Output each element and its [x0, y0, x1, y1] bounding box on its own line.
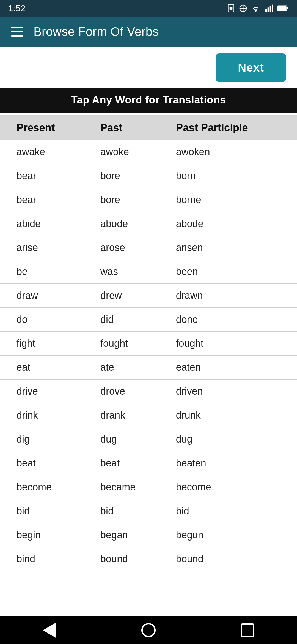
- verb-cell[interactable]: bid: [168, 499, 297, 523]
- back-icon: [43, 623, 56, 638]
- verb-cell[interactable]: driven: [168, 380, 297, 403]
- verb-cell[interactable]: do: [0, 308, 92, 332]
- verb-cell[interactable]: begun: [168, 523, 297, 547]
- location-icon: [239, 4, 248, 13]
- verb-cell[interactable]: dig: [0, 427, 92, 451]
- table-row[interactable]: eatateeaten: [0, 356, 297, 380]
- header-past-participle: Past Participle: [168, 115, 297, 140]
- next-row: Next: [0, 47, 297, 88]
- verb-cell[interactable]: beat: [0, 451, 92, 475]
- verb-cell[interactable]: bound: [168, 547, 297, 571]
- table-row[interactable]: abideabodeabode: [0, 212, 297, 236]
- page-title: Browse Form Of Verbs: [34, 25, 159, 39]
- table-row[interactable]: drinkdrankdrunk: [0, 403, 297, 427]
- verb-cell[interactable]: awoken: [168, 140, 297, 164]
- verb-cell[interactable]: fight: [0, 332, 92, 356]
- table-row[interactable]: bidbidbid: [0, 499, 297, 523]
- table-row[interactable]: bindboundbound: [0, 547, 297, 571]
- table-row[interactable]: fightfoughtfought: [0, 332, 297, 356]
- verb-cell[interactable]: drove: [92, 380, 168, 403]
- verb-cell[interactable]: was: [92, 260, 168, 284]
- verb-cell[interactable]: drink: [0, 403, 92, 427]
- verb-cell[interactable]: beaten: [168, 451, 297, 475]
- status-icons: [227, 4, 289, 13]
- verb-cell[interactable]: bound: [92, 547, 168, 571]
- verb-cell[interactable]: drawn: [168, 284, 297, 308]
- verb-cell[interactable]: dug: [168, 427, 297, 451]
- verb-cell[interactable]: bind: [0, 547, 92, 571]
- verb-cell[interactable]: arose: [92, 236, 168, 260]
- verb-cell[interactable]: bore: [92, 164, 168, 188]
- verb-cell[interactable]: bear: [0, 164, 92, 188]
- verb-cell[interactable]: abide: [0, 212, 92, 236]
- verb-cell[interactable]: arisen: [168, 236, 297, 260]
- table-row[interactable]: arisearosearisen: [0, 236, 297, 260]
- table-row[interactable]: drivedrovedriven: [0, 380, 297, 403]
- svg-rect-1: [230, 7, 233, 10]
- verb-cell[interactable]: drive: [0, 380, 92, 403]
- verb-cell[interactable]: borne: [168, 188, 297, 212]
- verb-cell[interactable]: drunk: [168, 403, 297, 427]
- verb-cell[interactable]: awoke: [92, 140, 168, 164]
- table-row[interactable]: bearboreborne: [0, 188, 297, 212]
- verb-cell[interactable]: abode: [92, 212, 168, 236]
- recents-button[interactable]: [237, 619, 258, 641]
- verb-cell[interactable]: become: [168, 475, 297, 499]
- home-icon: [141, 623, 156, 637]
- verb-cell[interactable]: ate: [92, 356, 168, 380]
- verb-cell[interactable]: bid: [92, 499, 168, 523]
- svg-rect-8: [270, 6, 271, 12]
- table-row[interactable]: bearboreborn: [0, 164, 297, 188]
- verb-cell[interactable]: awake: [0, 140, 92, 164]
- table-row[interactable]: beatbeatbeaten: [0, 451, 297, 475]
- verb-cell[interactable]: drew: [92, 284, 168, 308]
- verb-cell[interactable]: did: [92, 308, 168, 332]
- table-row[interactable]: beginbeganbegun: [0, 523, 297, 547]
- table-row[interactable]: bewasbeen: [0, 260, 297, 284]
- table-header-row: Present Past Past Participle: [0, 115, 297, 140]
- verb-cell[interactable]: eaten: [168, 356, 297, 380]
- verb-cell[interactable]: born: [168, 164, 297, 188]
- verb-cell[interactable]: began: [92, 523, 168, 547]
- verb-cell[interactable]: arise: [0, 236, 92, 260]
- wifi-icon: [251, 4, 261, 13]
- recents-icon: [241, 623, 254, 637]
- svg-rect-9: [272, 5, 273, 12]
- table-row[interactable]: becomebecamebecome: [0, 475, 297, 499]
- table-row[interactable]: digdugdug: [0, 427, 297, 451]
- signal-icon: [264, 4, 274, 13]
- verb-cell[interactable]: bear: [0, 188, 92, 212]
- verb-cell[interactable]: fought: [168, 332, 297, 356]
- svg-rect-12: [287, 7, 288, 9]
- verb-cell[interactable]: begin: [0, 523, 92, 547]
- verb-cell[interactable]: be: [0, 260, 92, 284]
- verb-cell[interactable]: dug: [92, 427, 168, 451]
- header-past: Past: [92, 115, 168, 140]
- sim-icon: [227, 4, 235, 13]
- verb-cell[interactable]: beat: [92, 451, 168, 475]
- bottom-navigation: [0, 616, 297, 644]
- next-button[interactable]: Next: [216, 53, 286, 82]
- svg-point-5: [255, 10, 256, 11]
- verb-cell[interactable]: draw: [0, 284, 92, 308]
- table-row[interactable]: awakeawokeawoken: [0, 140, 297, 164]
- verb-cell[interactable]: done: [168, 308, 297, 332]
- back-button[interactable]: [38, 619, 61, 641]
- verb-cell[interactable]: bore: [92, 188, 168, 212]
- table-row[interactable]: dodiddone: [0, 308, 297, 332]
- verb-cell[interactable]: drank: [92, 403, 168, 427]
- translation-banner[interactable]: Tap Any Word for Translations: [0, 88, 297, 113]
- verb-cell[interactable]: abode: [168, 212, 297, 236]
- menu-button[interactable]: [11, 24, 25, 39]
- svg-rect-11: [278, 6, 286, 10]
- svg-rect-6: [265, 9, 267, 12]
- verb-cell[interactable]: became: [92, 475, 168, 499]
- verb-cell[interactable]: been: [168, 260, 297, 284]
- verb-cell[interactable]: eat: [0, 356, 92, 380]
- verb-cell[interactable]: bid: [0, 499, 92, 523]
- verb-cell[interactable]: fought: [92, 332, 168, 356]
- home-button[interactable]: [138, 619, 160, 641]
- verb-cell[interactable]: become: [0, 475, 92, 499]
- status-bar: 1:52: [0, 0, 297, 17]
- table-row[interactable]: drawdrewdrawn: [0, 284, 297, 308]
